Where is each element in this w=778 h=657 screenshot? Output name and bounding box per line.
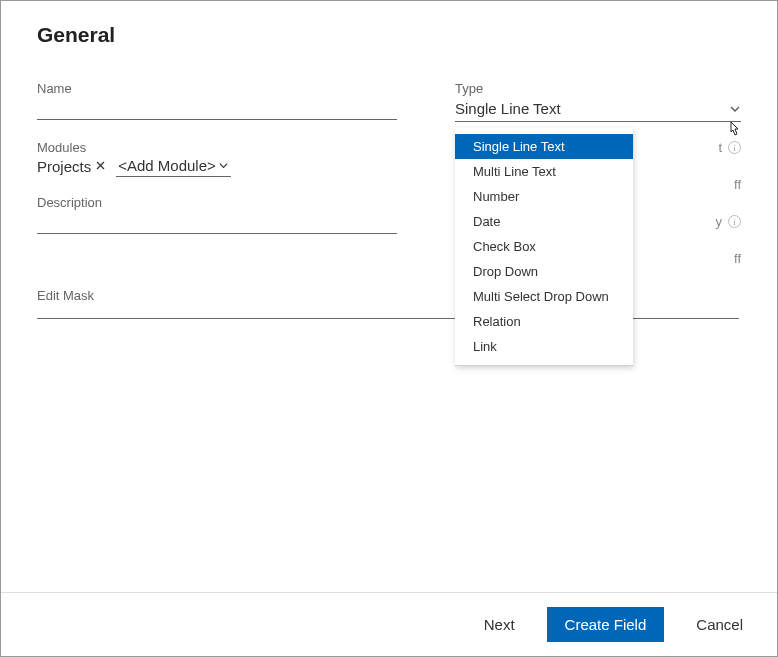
readonly-state-fragment: ff bbox=[734, 251, 741, 266]
edit-mask-input[interactable] bbox=[37, 305, 739, 319]
type-label: Type bbox=[455, 81, 741, 96]
type-selected-text: Single Line Text bbox=[455, 100, 561, 117]
modules-field-group: Modules Projects <Add Module> bbox=[37, 140, 397, 177]
dialog: General Name Type Single Line Text bbox=[0, 0, 778, 657]
type-selected-value[interactable]: Single Line Text bbox=[455, 98, 741, 122]
edit-mask-group: Edit Mask bbox=[37, 288, 741, 319]
description-label: Description bbox=[37, 195, 397, 210]
cursor-pointer-icon bbox=[725, 120, 743, 143]
type-option-drop-down[interactable]: Drop Down bbox=[455, 259, 633, 284]
type-option-number[interactable]: Number bbox=[455, 184, 633, 209]
type-option-relation[interactable]: Relation bbox=[455, 309, 633, 334]
modules-tags-row: Projects <Add Module> bbox=[37, 157, 397, 177]
add-module-button[interactable]: <Add Module> bbox=[116, 157, 231, 177]
name-input[interactable] bbox=[37, 98, 397, 120]
row-name-type: Name Type Single Line Text bbox=[37, 81, 741, 122]
description-input[interactable] bbox=[37, 212, 397, 234]
type-option-check-box[interactable]: Check Box bbox=[455, 234, 633, 259]
type-field-group: Type Single Line Text Single L bbox=[455, 81, 741, 122]
type-option-link[interactable]: Link bbox=[455, 334, 633, 359]
type-select[interactable]: Single Line Text Single Line Text Multi … bbox=[455, 98, 741, 122]
module-tag-text: Projects bbox=[37, 158, 91, 175]
section-title: General bbox=[37, 23, 741, 47]
readonly-toggle-row: ff bbox=[734, 177, 741, 192]
dialog-footer: Next Create Field Cancel bbox=[1, 592, 777, 656]
type-option-multi-select-drop-down[interactable]: Multi Select Drop Down bbox=[455, 284, 633, 309]
type-dropdown: Single Line Text Multi Line Text Number … bbox=[455, 128, 633, 366]
important-label-fragment: t bbox=[718, 140, 722, 155]
type-option-date[interactable]: Date bbox=[455, 209, 633, 234]
cancel-button[interactable]: Cancel bbox=[692, 608, 747, 641]
readonly-state-row: ff bbox=[734, 251, 741, 266]
chevron-down-icon bbox=[218, 160, 229, 171]
dialog-content: General Name Type Single Line Text bbox=[1, 1, 777, 319]
important-state-fragment: ff bbox=[734, 177, 741, 192]
close-icon[interactable] bbox=[95, 159, 106, 174]
type-option-multi-line-text[interactable]: Multi Line Text bbox=[455, 159, 633, 184]
modules-label: Modules bbox=[37, 140, 397, 155]
edit-mask-label: Edit Mask bbox=[37, 288, 741, 303]
add-module-text: <Add Module> bbox=[118, 157, 216, 174]
name-field-group: Name bbox=[37, 81, 397, 122]
type-option-single-line-text[interactable]: Single Line Text bbox=[455, 134, 633, 159]
description-field-group: Description bbox=[37, 195, 397, 234]
create-field-button[interactable]: Create Field bbox=[547, 607, 665, 642]
row-description: Description bbox=[37, 195, 741, 234]
chevron-down-icon bbox=[729, 103, 741, 115]
name-label: Name bbox=[37, 81, 397, 96]
module-tag-projects[interactable]: Projects bbox=[37, 158, 106, 177]
next-button[interactable]: Next bbox=[480, 608, 519, 641]
row-modules: Modules Projects <Add Module> bbox=[37, 140, 741, 177]
